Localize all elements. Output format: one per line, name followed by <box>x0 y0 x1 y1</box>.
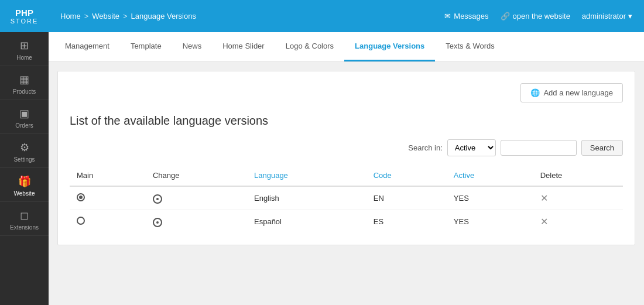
breadcrumb-sep-1: > <box>84 12 89 20</box>
settings-icon: ⚙ <box>20 141 29 154</box>
add-language-button[interactable]: 🌐 Add a new language <box>520 83 623 102</box>
table-row: English EN YES ✕ <box>70 186 623 210</box>
row-delete-1[interactable]: ✕ <box>533 186 623 210</box>
tab-template[interactable]: Template <box>120 32 172 61</box>
tab-texts-words[interactable]: Texts & Words <box>435 32 505 61</box>
table-row: Español ES YES ✕ <box>70 210 623 234</box>
topnav: Home > Website > Language Versions ✉ Mes… <box>49 0 644 32</box>
extensions-icon: ◻ <box>20 209 29 222</box>
breadcrumb-sep-2: > <box>123 12 128 20</box>
products-icon: ▦ <box>19 73 29 86</box>
breadcrumb-website[interactable]: Website <box>92 12 119 20</box>
row-delete-2[interactable]: ✕ <box>533 210 623 234</box>
col-code: Code <box>366 165 447 186</box>
language-table: Main Change Language Code Active Delete <box>70 165 623 233</box>
admin-menu[interactable]: administrator ▾ <box>582 12 632 20</box>
messages-icon: ✉ <box>444 12 451 20</box>
search-input[interactable] <box>501 140 577 156</box>
sidebar-label-settings: Settings <box>13 156 35 163</box>
radio-unselected[interactable] <box>77 217 85 225</box>
sidebar: PHP STORE ⊞ Home ▦ Products ▣ Orders ⚙ S… <box>0 0 49 305</box>
radio-selected[interactable] <box>77 193 85 201</box>
tab-home-slider[interactable]: Home Slider <box>212 32 275 61</box>
search-row: Search in: Active Inactive All Search <box>70 139 623 156</box>
section-title: List of the available language versions <box>70 114 623 128</box>
col-active: Active <box>447 165 533 186</box>
col-delete: Delete <box>533 165 623 186</box>
sidebar-label-extensions: Extensions <box>10 224 39 231</box>
sidebar-label-products: Products <box>13 88 36 95</box>
website-icon: 🎁 <box>18 175 31 188</box>
chevron-down-icon: ▾ <box>628 12 632 20</box>
delete-button-1[interactable]: ✕ <box>540 193 548 203</box>
col-language-link[interactable]: Language <box>254 171 288 180</box>
row-language-1: English <box>247 186 366 210</box>
sidebar-item-extensions[interactable]: ◻ Extensions <box>0 202 49 236</box>
row-change-2[interactable] <box>146 210 247 234</box>
row-code-1: EN <box>366 186 447 210</box>
sidebar-item-orders[interactable]: ▣ Orders <box>0 100 49 134</box>
delete-button-2[interactable]: ✕ <box>540 217 548 227</box>
tab-news[interactable]: News <box>172 32 213 61</box>
sidebar-label-website: Website <box>14 190 35 197</box>
globe-icon: 🌐 <box>530 88 540 97</box>
admin-label: administrator <box>582 12 626 20</box>
tabs-bar: Management Template News Home Slider Log… <box>49 32 644 62</box>
breadcrumb: Home > Website > Language Versions <box>60 12 444 20</box>
row-main-1[interactable] <box>70 186 146 210</box>
messages-label: Messages <box>454 12 488 20</box>
sidebar-item-products[interactable]: ▦ Products <box>0 66 49 100</box>
sidebar-label-orders: Orders <box>15 122 33 129</box>
col-change: Change <box>146 165 247 186</box>
orders-icon: ▣ <box>19 107 29 120</box>
logo-line1: PHP <box>15 8 33 18</box>
search-select[interactable]: Active Inactive All <box>447 139 496 156</box>
change-icon-2[interactable] <box>153 218 162 227</box>
breadcrumb-home[interactable]: Home <box>60 12 81 20</box>
search-in-label: Search in: <box>408 143 443 152</box>
content-area: Management Template News Home Slider Log… <box>49 32 644 305</box>
table-header-row: Main Change Language Code Active Delete <box>70 165 623 186</box>
sidebar-label-home: Home <box>16 54 32 61</box>
home-icon: ⊞ <box>20 39 29 52</box>
add-button-row: 🌐 Add a new language <box>70 83 623 102</box>
sidebar-item-home[interactable]: ⊞ Home <box>0 32 49 66</box>
col-code-link[interactable]: Code <box>374 171 392 180</box>
main-card: 🌐 Add a new language List of the availab… <box>57 71 635 245</box>
open-website-link[interactable]: 🔗 open the website <box>501 12 570 20</box>
col-main: Main <box>70 165 146 186</box>
messages-link[interactable]: ✉ Messages <box>444 12 488 20</box>
external-link-icon: 🔗 <box>501 12 510 20</box>
row-main-2[interactable] <box>70 210 146 234</box>
sidebar-item-settings[interactable]: ⚙ Settings <box>0 134 49 168</box>
tab-management[interactable]: Management <box>54 32 120 61</box>
row-code-2: ES <box>366 210 447 234</box>
sidebar-logo: PHP STORE <box>0 0 49 32</box>
breadcrumb-current: Language Versions <box>131 12 196 20</box>
tab-language-versions[interactable]: Language Versions <box>344 32 435 61</box>
topnav-right: ✉ Messages 🔗 open the website administra… <box>444 12 632 20</box>
change-icon-1[interactable] <box>153 194 162 204</box>
search-button[interactable]: Search <box>581 140 623 156</box>
row-language-2: Español <box>247 210 366 234</box>
col-language: Language <box>247 165 366 186</box>
row-active-2: YES <box>447 210 533 234</box>
col-active-link[interactable]: Active <box>454 171 474 180</box>
row-active-1: YES <box>447 186 533 210</box>
tab-logo-colors[interactable]: Logo & Colors <box>275 32 344 61</box>
main-area: Home > Website > Language Versions ✉ Mes… <box>49 0 644 305</box>
row-change-1[interactable] <box>146 186 247 210</box>
add-language-label: Add a new language <box>543 88 613 97</box>
logo-line2: STORE <box>11 18 39 25</box>
sidebar-item-website[interactable]: 🎁 Website <box>0 168 49 202</box>
open-website-label: open the website <box>513 12 570 20</box>
